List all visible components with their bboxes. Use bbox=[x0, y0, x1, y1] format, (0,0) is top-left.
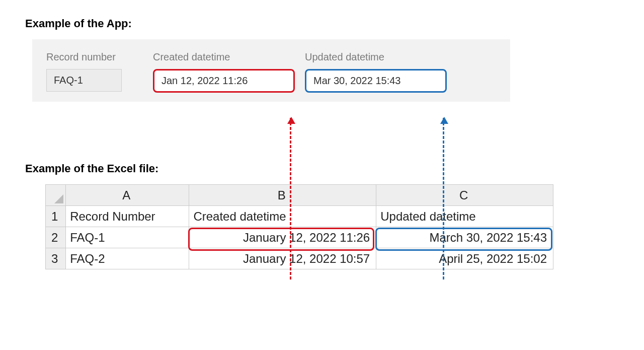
row-header-1[interactable]: 1 bbox=[46, 206, 66, 227]
excel-col-header-row: A B C bbox=[46, 185, 553, 206]
page: Example of the App: Record number Create… bbox=[25, 17, 619, 269]
col-header-A[interactable]: A bbox=[66, 185, 189, 206]
app-values-row: FAQ-1 Jan 12, 2022 11:26 Mar 30, 2022 15… bbox=[46, 69, 496, 93]
excel-wrap: A B C 1 Record Number Created datetime U… bbox=[45, 184, 553, 269]
col-header-B[interactable]: B bbox=[189, 185, 376, 206]
label-record-number: Record number bbox=[46, 51, 142, 63]
col-header-C[interactable]: C bbox=[376, 185, 553, 206]
table-row: 1 Record Number Created datetime Updated… bbox=[46, 206, 553, 227]
label-created-datetime: Created datetime bbox=[153, 51, 294, 63]
arrow-head-red-icon bbox=[287, 117, 295, 124]
arrow-head-blue-icon bbox=[440, 117, 448, 124]
cell-B3[interactable]: January 12, 2022 10:57 bbox=[189, 248, 376, 269]
cell-B1[interactable]: Created datetime bbox=[189, 206, 376, 227]
value-record-number: FAQ-1 bbox=[46, 69, 122, 92]
heading-excel: Example of the Excel file: bbox=[25, 162, 619, 175]
select-all-triangle-icon bbox=[54, 194, 63, 203]
row-header-2[interactable]: 2 bbox=[46, 227, 66, 248]
cell-C3[interactable]: April 25, 2022 15:02 bbox=[376, 248, 553, 269]
cell-A1[interactable]: Record Number bbox=[66, 206, 189, 227]
cell-B2[interactable]: January 12, 2022 11:26 bbox=[189, 227, 376, 248]
cell-A2[interactable]: FAQ-1 bbox=[66, 227, 189, 248]
app-panel: Record number Created datetime Updated d… bbox=[32, 39, 510, 102]
row-header-3[interactable]: 3 bbox=[46, 248, 66, 269]
cell-A3[interactable]: FAQ-2 bbox=[66, 248, 189, 269]
cell-C1[interactable]: Updated datetime bbox=[376, 206, 553, 227]
heading-app: Example of the App: bbox=[25, 17, 619, 30]
label-updated-datetime: Updated datetime bbox=[305, 51, 446, 63]
table-row: 3 FAQ-2 January 12, 2022 10:57 April 25,… bbox=[46, 248, 553, 269]
app-labels-row: Record number Created datetime Updated d… bbox=[46, 51, 496, 69]
excel-select-all-corner[interactable] bbox=[46, 185, 66, 206]
excel-table: A B C 1 Record Number Created datetime U… bbox=[45, 184, 553, 269]
value-created-datetime-highlight-red: Jan 12, 2022 11:26 bbox=[153, 69, 295, 93]
table-row: 2 FAQ-1 January 12, 2022 11:26 March 30,… bbox=[46, 227, 553, 248]
cell-C2[interactable]: March 30, 2022 15:43 bbox=[376, 227, 553, 248]
value-updated-datetime-highlight-blue: Mar 30, 2022 15:43 bbox=[305, 69, 447, 93]
